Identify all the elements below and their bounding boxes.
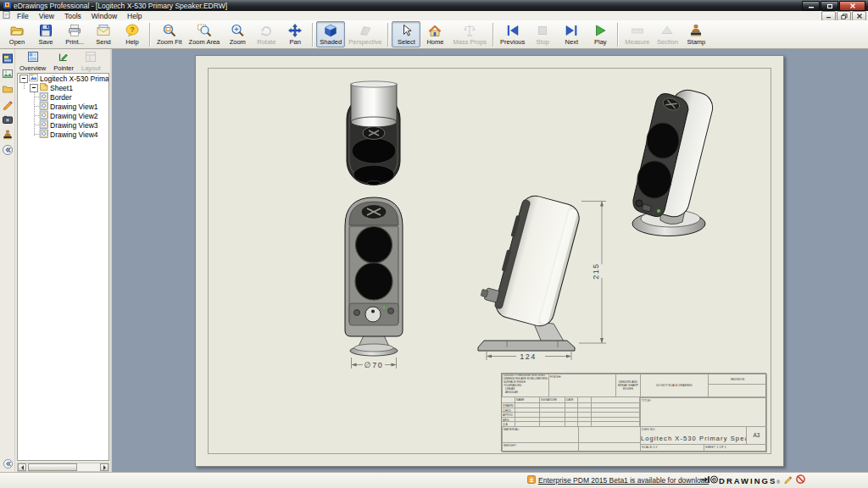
tree-item-view4[interactable]: Drawing View4 [18,130,108,139]
cell [578,397,592,403]
title-block: UNLESS OTHERWISE SPECIFIED: DIMENSIONS A… [501,373,766,452]
tree-item-view1[interactable]: Drawing View1 [18,102,108,111]
send-button[interactable]: Send [89,21,118,47]
zoom-button[interactable]: Zoom [223,21,252,47]
stop-button[interactable]: Stop [528,21,557,47]
scroll-right-arrow[interactable] [100,463,108,471]
scale-cell: SCALE:1:2 [640,444,704,452]
menu-view[interactable]: View [34,12,59,20]
home-button[interactable]: Home [420,21,449,47]
no-markup-icon[interactable] [796,474,805,485]
minimize-button[interactable] [802,1,820,11]
dimension-height-text[interactable]: 215 [592,263,600,280]
tree-connector [24,83,25,89]
menu-help[interactable]: Help [122,12,147,20]
stamp-tool-icon[interactable] [1,128,14,141]
view-side[interactable] [477,189,582,351]
restore-button[interactable] [821,1,838,11]
image-icon[interactable] [1,67,14,80]
panel-horizontal-scrollbar[interactable] [17,463,109,472]
tree-view2-label: Drawing View2 [50,112,98,120]
save-button[interactable]: Save [31,21,60,47]
pdm-notification[interactable]: Enterprise PDM 2015 Beta1 is available f… [527,475,709,485]
open-button[interactable]: Open [3,21,31,47]
view-isometric[interactable] [632,86,715,236]
save-label: Save [38,38,53,46]
zoom-fit-label: Zoom Fit [157,38,182,46]
dimension-height[interactable]: 215 [579,202,606,344]
dimension-depth-text[interactable]: 124 [520,352,537,361]
view-front[interactable] [345,197,403,356]
previous-button[interactable]: Previous [497,21,528,47]
tree-root-label: Logitech X-530 Primary Speaker [40,75,109,83]
collapse-panel-bottom-icon[interactable] [1,457,14,470]
perspective-label: Perspective [348,38,381,46]
drawing-canvas[interactable]: ∅70 124 215 [112,49,868,473]
col-name: NAME [515,397,540,403]
stop-icon [535,23,550,38]
stamp-button[interactable]: Stamp [682,21,710,47]
scroll-left-arrow[interactable] [18,463,26,471]
menu-tools[interactable]: Tools [59,12,86,20]
scrollbar-thumb[interactable] [28,463,77,471]
tab-overview[interactable]: Overview [17,50,48,73]
section-button[interactable]: Section [653,21,682,47]
weight-cell: WEIGHT: [502,442,579,452]
shaded-button[interactable]: Shaded [316,21,345,47]
tree-item-sheet1[interactable]: Sheet1 [18,83,108,92]
tree-item-view2[interactable]: Drawing View2 [18,111,108,120]
zoom-label: Zoom [230,38,246,46]
dimension-base-diameter[interactable]: ∅70 [352,358,397,369]
next-button[interactable]: Next [557,21,586,47]
tolerance-cell: UNLESS OTHERWISE SPECIFIED: DIMENSIONS A… [502,374,549,397]
do-not-scale-cell: DO NOT SCALE DRAWING [640,374,709,397]
collapse-panel-icon[interactable] [1,143,14,157]
markup-pencil-icon[interactable] [1,97,14,111]
collapse-toggle-icon[interactable] [19,75,28,83]
pdm-notification-text[interactable]: Enterprise PDM 2015 Beta1 is available f… [538,476,709,485]
tree-item-view3[interactable]: Drawing View3 [18,120,108,130]
select-button[interactable]: Select [392,21,420,47]
document-icon[interactable] [3,11,10,20]
mass-props-button[interactable]: Mass Props [449,21,490,47]
layout-icon [85,51,97,64]
perspective-button[interactable]: Perspective [345,21,385,47]
main-toolbar: Open Save Print... Send ? Help Zoom Fit … [0,20,868,49]
view-top[interactable] [347,81,400,186]
collapse-toggle-icon[interactable] [30,84,38,92]
menu-file[interactable]: File [12,12,34,20]
camera-icon[interactable] [1,113,14,126]
mass-props-label: Mass Props [453,38,487,46]
measure-button[interactable]: Measure [621,21,653,47]
tree-item-root[interactable]: Logitech X-530 Primary Speaker [18,74,108,83]
close-button[interactable] [839,1,865,11]
dimension-diameter-text[interactable]: ∅70 [364,361,383,369]
pointer-icon [58,51,70,64]
zoom-area-button[interactable]: Zoom Area [186,21,224,47]
tab-pointer-label: Pointer [53,64,74,72]
pan-button[interactable]: Pan [281,21,309,47]
next-label: Next [565,38,578,46]
window-title: eDrawings Professional - [Logitech X-530… [14,2,227,10]
zoom-fit-button[interactable]: Zoom Fit [153,21,186,47]
tab-layout[interactable]: Layout [79,50,103,73]
help-button[interactable]: ? Help [118,21,147,47]
dimension-depth[interactable]: 124 [487,352,571,361]
markup-pencil-status-icon[interactable] [783,474,793,485]
rotate-button[interactable]: Rotate [252,21,281,47]
play-button[interactable]: Play [586,21,615,47]
col-signature: SIGNATURE [540,397,565,403]
help-icon: ? [125,23,140,38]
edrawings-logo-mark [700,475,719,484]
menu-window[interactable]: Window [86,12,122,20]
tree-view1-label: Drawing View1 [50,103,98,111]
select-label: Select [398,38,415,46]
print-button[interactable]: Print... [60,21,89,47]
tab-pointer[interactable]: Pointer [51,50,76,73]
app-icon [3,1,11,10]
folder-icon[interactable] [1,82,14,96]
views-palette-icon[interactable] [1,52,14,65]
select-cursor-icon [398,23,414,38]
tree-item-border[interactable]: Border [18,92,108,102]
cell [502,397,515,403]
